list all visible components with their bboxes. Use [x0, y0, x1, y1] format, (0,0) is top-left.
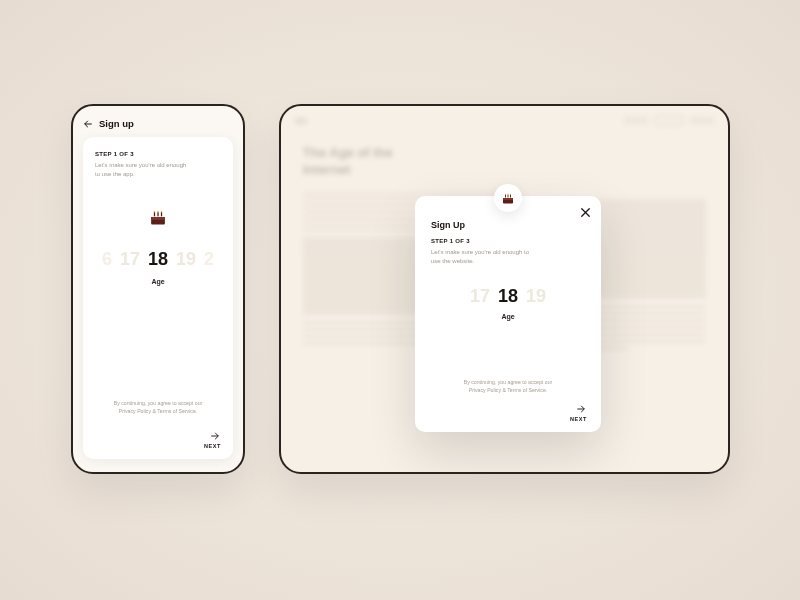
- desktop-mockup: The Age of the Internet: [279, 104, 730, 474]
- svg-point-15: [505, 193, 506, 194]
- next-button[interactable]: NEXT: [204, 431, 221, 449]
- age-label: Age: [431, 313, 585, 320]
- phone-title: Sign up: [99, 118, 134, 129]
- age-label: Age: [95, 278, 221, 285]
- svg-rect-5: [161, 213, 162, 217]
- svg-point-17: [510, 193, 511, 194]
- phone-header: Sign up: [83, 116, 233, 137]
- age-option[interactable]: 2: [204, 249, 214, 270]
- age-option-selected[interactable]: 18: [498, 286, 518, 307]
- age-picker[interactable]: 6 17 18 19 2: [95, 242, 221, 276]
- phone-signup-card: STEP 1 OF 3 Let's make sure you're old e…: [83, 137, 233, 459]
- svg-point-7: [157, 211, 159, 213]
- cake-icon: [494, 184, 522, 212]
- desktop-nav: [281, 106, 728, 135]
- arrow-right-icon: [570, 404, 587, 414]
- arrow-right-icon: [204, 431, 221, 441]
- svg-rect-13: [508, 195, 509, 198]
- signup-modal: Sign Up STEP 1 OF 3 Let's make sure you'…: [415, 196, 601, 432]
- step-subtitle: Let's make sure you're old enough to use…: [431, 248, 585, 265]
- svg-rect-3: [154, 213, 155, 217]
- sub-line: Let's make sure you're old enough: [95, 162, 186, 168]
- sub-line: to use the app.: [95, 171, 135, 177]
- step-subtitle: Let's make sure you're old enough to use…: [95, 161, 221, 178]
- svg-point-6: [154, 211, 156, 213]
- age-option-selected[interactable]: 18: [148, 249, 168, 270]
- next-label: NEXT: [204, 443, 221, 449]
- age-option[interactable]: 17: [470, 286, 490, 307]
- step-counter: STEP 1 OF 3: [95, 151, 221, 157]
- age-option[interactable]: 19: [176, 249, 196, 270]
- disclaimer: By continuing, you agree to accept our P…: [83, 400, 233, 415]
- next-button[interactable]: NEXT: [570, 404, 587, 422]
- arrow-left-icon[interactable]: [83, 119, 93, 129]
- age-option[interactable]: 6: [102, 249, 112, 270]
- logo: [295, 118, 307, 124]
- nav-button: [654, 116, 684, 125]
- svg-rect-14: [510, 195, 511, 198]
- nav-link: [690, 117, 714, 124]
- age-option[interactable]: 19: [526, 286, 546, 307]
- svg-point-8: [161, 211, 163, 213]
- step-counter: STEP 1 OF 3: [431, 238, 585, 244]
- close-icon[interactable]: [579, 206, 591, 218]
- age-option[interactable]: 17: [120, 249, 140, 270]
- modal-title: Sign Up: [431, 220, 585, 230]
- page-title: The Age of the Internet: [281, 135, 461, 179]
- next-label: NEXT: [570, 416, 587, 422]
- svg-point-16: [507, 193, 508, 194]
- age-picker[interactable]: 17 18 19: [431, 281, 585, 311]
- disclaimer: By continuing, you agree to accept our P…: [415, 379, 601, 394]
- cake-icon: [95, 206, 221, 232]
- svg-rect-12: [505, 195, 506, 198]
- svg-rect-4: [157, 213, 158, 217]
- phone-mockup: Sign up STEP 1 OF 3 Let's make sure you'…: [71, 104, 245, 474]
- nav-link: [624, 117, 648, 124]
